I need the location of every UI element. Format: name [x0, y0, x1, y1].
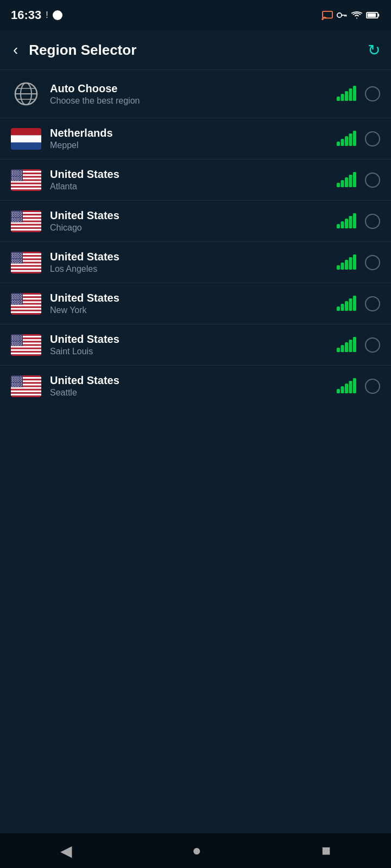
refresh-button[interactable]: ↻	[368, 41, 380, 59]
svg-rect-337	[337, 348, 340, 352]
region-item-us-newyork[interactable]: ★★★★★★★★★★★★★★★★★★★★★★★★★★★★★★★★★★★★★★★★…	[0, 283, 391, 324]
radio-button-us-newyork[interactable]	[365, 296, 380, 311]
radio-button-auto[interactable]	[365, 86, 380, 101]
nl-flag-nl-meppel	[11, 128, 41, 150]
svg-rect-150	[345, 219, 348, 228]
signal-bars-us-newyork	[336, 296, 356, 311]
region-item-us-seattle[interactable]: ★★★★★★★★★★★★★★★★★★★★★★★★★★★★★★★★★★★★★★★★…	[0, 366, 391, 406]
svg-rect-402	[345, 384, 348, 393]
svg-rect-404	[353, 378, 356, 393]
region-city-us-seattle: Seattle	[50, 388, 327, 398]
svg-text:★: ★	[20, 385, 22, 387]
signal-bars-us-chicago	[336, 214, 356, 229]
svg-rect-94	[11, 222, 41, 224]
svg-rect-285	[11, 352, 41, 354]
nav-recents-button[interactable]: ■	[308, 838, 344, 864]
region-name-us-seattle: United States	[50, 374, 327, 387]
svg-rect-276	[345, 301, 348, 311]
radio-button-us-chicago[interactable]	[365, 214, 380, 229]
region-item-auto[interactable]: Auto Choose Choose the best region	[0, 70, 391, 118]
region-name-us-atlanta: United States	[50, 168, 327, 181]
svg-rect-15	[341, 94, 344, 101]
region-text-nl-meppel: Netherlands Meppel	[50, 127, 327, 150]
radio-button-us-seattle[interactable]	[365, 379, 380, 394]
svg-rect-151	[349, 216, 352, 228]
signal-bars-nl-meppel	[336, 131, 356, 146]
svg-rect-8	[368, 14, 376, 17]
svg-rect-220	[11, 304, 41, 306]
region-text-us-atlanta: United States Atlanta	[50, 168, 327, 192]
spacer	[0, 620, 391, 834]
svg-rect-21	[11, 142, 41, 149]
region-name-us-saintlouis: United States	[50, 333, 327, 346]
radio-button-us-saintlouis[interactable]	[365, 337, 380, 353]
svg-rect-24	[345, 136, 348, 146]
us-flag-us-saintlouis: ★★★★★★★★★★★★★★★★★★★★★★★★★★★★★★★★★★★★★★★★…	[11, 334, 41, 356]
svg-rect-152	[353, 213, 356, 228]
radio-button-us-atlanta[interactable]	[365, 173, 380, 188]
svg-rect-20	[11, 135, 41, 142]
header: ‹ Region Selector ↻	[0, 30, 391, 69]
svg-rect-278	[353, 296, 356, 311]
region-item-us-chicago[interactable]: ★★★★★★★★★★★★★★★★★★★★★★★★★★★★★★★★★★★★★★★★…	[0, 201, 391, 241]
svg-text:★: ★	[20, 261, 22, 263]
svg-text:★: ★	[20, 220, 22, 222]
region-text-us-seattle: United States Seattle	[50, 374, 327, 398]
region-text-auto: Auto Choose Choose the best region	[50, 82, 327, 106]
svg-rect-86	[341, 180, 344, 187]
bottom-nav: ◀ ● ■	[0, 833, 391, 868]
svg-rect-148	[337, 224, 340, 228]
region-name-us-newyork: United States	[50, 292, 327, 304]
region-item-us-saintlouis[interactable]: ★★★★★★★★★★★★★★★★★★★★★★★★★★★★★★★★★★★★★★★★…	[0, 324, 391, 365]
svg-rect-149	[341, 221, 344, 228]
nav-home-button[interactable]: ●	[179, 838, 215, 864]
region-item-us-losangeles[interactable]: ★★★★★★★★★★★★★★★★★★★★★★★★★★★★★★★★★★★★★★★★…	[0, 242, 391, 283]
region-city-us-chicago: Chicago	[50, 223, 327, 233]
region-text-us-chicago: United States Chicago	[50, 209, 327, 233]
svg-rect-95	[11, 225, 41, 227]
region-city-us-atlanta: Atlanta	[50, 182, 327, 192]
region-item-us-atlanta[interactable]: ★★★★★★★★★★★★★★★★★★★★★★★★★★★★★★★★★★★★★★★★…	[0, 159, 391, 200]
svg-rect-222	[11, 311, 41, 312]
globe-flag-auto	[11, 79, 41, 109]
svg-rect-26	[353, 131, 356, 146]
svg-rect-274	[337, 307, 340, 311]
svg-rect-17	[349, 88, 352, 101]
us-flag-us-losangeles: ★★★★★★★★★★★★★★★★★★★★★★★★★★★★★★★★★★★★★★★★…	[11, 252, 41, 273]
radio-button-us-losangeles[interactable]	[365, 255, 380, 270]
signal-bars-us-seattle	[336, 379, 356, 394]
svg-rect-157	[11, 263, 41, 265]
nav-back-button[interactable]: ◀	[47, 838, 85, 864]
region-city-us-saintlouis: Saint Louis	[50, 347, 327, 356]
svg-rect-348	[11, 393, 41, 395]
svg-rect-401	[341, 386, 344, 393]
svg-rect-403	[349, 381, 352, 393]
us-flag-us-atlanta: ★★★★★★★★★★★★★★★★★★★★★★★★★★★★★★★★★★★★★★★★…	[11, 169, 41, 191]
region-city-us-newyork: New York	[50, 305, 327, 315]
battery-icon	[366, 11, 380, 20]
key-icon	[337, 11, 348, 19]
svg-rect-31	[11, 181, 41, 182]
svg-rect-87	[345, 177, 348, 187]
svg-rect-341	[353, 337, 356, 352]
back-button[interactable]: ‹	[11, 39, 20, 61]
svg-rect-284	[11, 349, 41, 350]
wifi-icon	[351, 11, 363, 20]
region-list: Auto Choose Choose the best region Nethe…	[0, 70, 391, 620]
radio-button-nl-meppel[interactable]	[365, 131, 380, 146]
svg-rect-221	[11, 308, 41, 309]
region-city-us-losangeles: Los Angeles	[50, 264, 327, 274]
region-city-nl-meppel: Meppel	[50, 141, 327, 150]
region-city-auto: Choose the best region	[50, 96, 327, 106]
region-text-us-saintlouis: United States Saint Louis	[50, 333, 327, 356]
us-flag-us-newyork: ★★★★★★★★★★★★★★★★★★★★★★★★★★★★★★★★★★★★★★★★…	[11, 293, 41, 315]
region-item-nl-meppel[interactable]: Netherlands Meppel	[0, 118, 391, 159]
svg-rect-14	[337, 97, 340, 101]
svg-rect-88	[349, 175, 352, 187]
circle-icon	[53, 10, 62, 20]
svg-rect-19	[11, 128, 41, 135]
svg-text:★: ★	[20, 343, 22, 346]
svg-point-1	[321, 18, 324, 20]
status-time: 16:33	[11, 8, 41, 22]
signal-bars-us-losangeles	[336, 255, 356, 270]
